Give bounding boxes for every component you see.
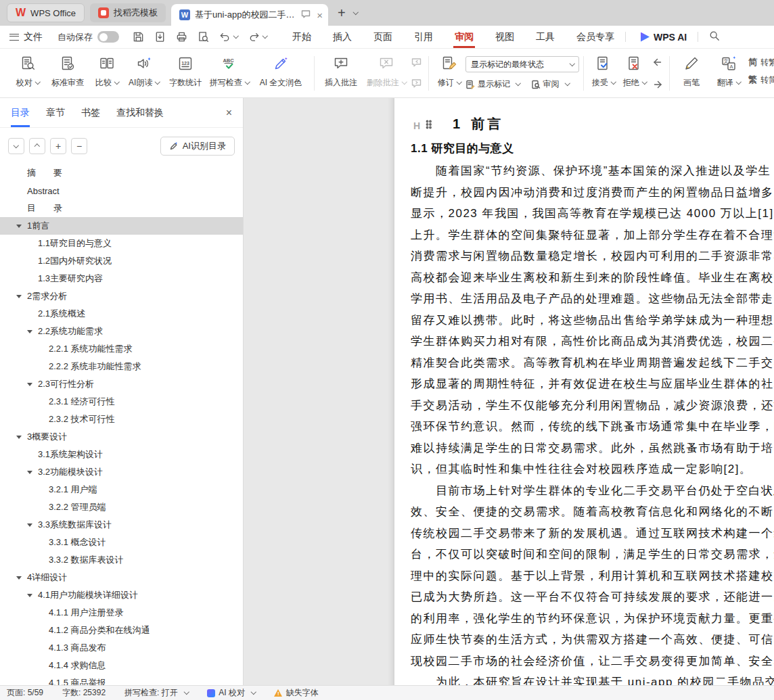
tab-document[interactable]: W 基于uni-app的校园二手物品 × — [171, 4, 328, 26]
toc-item[interactable]: 1.2国内外研究状况 — [0, 252, 243, 270]
close-sidebar-icon[interactable]: × — [226, 107, 232, 119]
doc-line[interactable]: 学生群体购买力相对有限，高性价比商品成为其消费优选，校园二手 — [411, 331, 774, 352]
proofread-button[interactable]: 校对 — [9, 52, 46, 95]
toc-item[interactable]: 1前言 — [0, 217, 243, 235]
toc-item[interactable]: Abstract — [0, 182, 243, 200]
menubar-item[interactable]: 审阅 — [455, 26, 474, 48]
simplified-to-traditional-button[interactable]: 简 转繁 — [748, 53, 774, 71]
toc-item[interactable]: 摘 要 — [0, 164, 243, 182]
collapse-all-button[interactable] — [29, 138, 45, 154]
word-count-indicator[interactable]: 字数: 25392 — [62, 687, 106, 699]
print-button[interactable] — [176, 31, 187, 43]
toc-item[interactable]: 2.3.2 技术可行性 — [0, 411, 243, 428]
toc-item[interactable]: 2.3可行性分析 — [0, 375, 243, 393]
toc-item[interactable]: 2.2.2 系统非功能性需求 — [0, 358, 243, 375]
doc-line[interactable]: 为此，本研究旨在设计并实现基于 uni-app 的校园二手物品交易 — [411, 672, 774, 685]
menubar-item[interactable]: 工具 — [536, 26, 555, 48]
doc-line[interactable]: 强环保节约意识。然而，传统的线下跳蚤市场通常集中在毕业季，时间 — [411, 416, 774, 438]
toc-item[interactable]: 2.3.1 经济可行性 — [0, 393, 243, 411]
menubar-item[interactable]: 引用 — [414, 26, 433, 48]
doc-line[interactable]: 随着国家“节约资源、保护环境”基本国策的深入推进以及学生 — [411, 160, 774, 182]
toc-collapse-arrow-icon[interactable] — [16, 576, 27, 580]
doc-line[interactable]: 传统校园二手交易带来了新的发展机遇。通过互联网技术构建一个线 — [411, 523, 774, 544]
doc-line[interactable]: 理中的实际问题。基于以上背景，利用计算机和互联网技术搭建校园 — [411, 565, 774, 587]
heading-level-icon[interactable]: H — [413, 120, 420, 131]
toc-collapse-arrow-icon[interactable] — [16, 436, 27, 439]
sidebar-tab[interactable]: 查找和替换 — [116, 98, 164, 127]
toc-collapse-arrow-icon[interactable] — [27, 330, 38, 333]
translate-button[interactable]: 文A 翻译 — [709, 52, 748, 95]
menubar-item[interactable]: 会员专享 — [576, 26, 614, 48]
toc-item[interactable]: 3.3.2 数据库表设计 — [0, 551, 243, 569]
toc-item[interactable]: 3.2.1 用户端 — [0, 481, 243, 498]
toc-item[interactable]: 3.3系统数据库设计 — [0, 516, 243, 534]
toc-collapse-arrow-icon[interactable] — [27, 471, 38, 474]
document-page[interactable]: H 1 前言 1.1 研究目的与意义 随着国家“节约资源、保护环境”基本国策的深… — [394, 98, 774, 685]
ai-recognize-toc-button[interactable]: AI识别目录 — [160, 137, 235, 156]
toc-item[interactable]: 3.2.2 管理员端 — [0, 498, 243, 516]
doc-line[interactable]: 形成显著的周期性特征，并有效促进在校生与应届毕业生群体的社群 — [411, 373, 774, 395]
wps-ai-menu[interactable]: WPS AI — [641, 32, 687, 43]
missing-font-warning[interactable]: 缺失字体 — [274, 687, 318, 699]
menubar-item[interactable]: 视图 — [495, 26, 514, 48]
save-button[interactable] — [133, 31, 144, 43]
toc-item[interactable]: 2.2系统功能需求 — [0, 323, 243, 340]
toc-item[interactable]: 3.3.1 概念设计 — [0, 534, 243, 551]
markup-state-combobox[interactable]: 显示标记的最终状态 — [465, 56, 579, 72]
toc-item[interactable]: 4.1.2 商品分类和在线沟通 — [0, 622, 243, 639]
file-menu-button[interactable]: 文件 — [9, 31, 43, 43]
doc-line[interactable]: 已成为大势所趋。这一平台不仅符合可持续发展的要求，还能进一步 — [411, 586, 774, 608]
toc-item[interactable]: 4.1用户功能模块详细设计 — [0, 586, 243, 604]
doc-line[interactable]: 手交易活动，学生不仅能够充分利用闲置物品，减少资源浪费，还能 — [411, 395, 774, 417]
search-icon[interactable] — [709, 30, 720, 43]
ai-read-aloud-button[interactable]: AI朗读 — [124, 52, 164, 95]
traditional-to-simplified-button[interactable]: 繁 转简 — [748, 71, 774, 89]
doc-line[interactable]: 应师生快节奏的生活方式，为供需双方搭建一个高效、便捷、可信的 — [411, 629, 774, 651]
toc-item[interactable]: 1.3主要研究内容 — [0, 270, 243, 287]
review-mode-dropdown[interactable]: 审阅 — [531, 78, 570, 90]
ai-proofread-indicator[interactable]: AI 校对 — [207, 687, 255, 699]
tab-wps-home[interactable]: W WPS Office — [7, 3, 85, 22]
previous-change-icon[interactable] — [652, 57, 664, 72]
tab-list-dropdown-icon[interactable] — [353, 9, 359, 15]
print-preview-button[interactable] — [198, 31, 209, 43]
menubar-item[interactable]: 开始 — [292, 26, 311, 48]
toc-item[interactable]: 4.1.5 商品举报 — [0, 674, 243, 685]
doc-line[interactable]: 学用书、生活用品及电子产品的处理难题。这些物品无法全部带走， — [411, 288, 774, 310]
autosave-toggle[interactable] — [97, 31, 119, 43]
doc-line[interactable]: 现校园二手市场的社会经济价值，让二手交易变得更加简单、安全和 — [411, 651, 774, 672]
doc-line[interactable]: 上升。学生群体的空间集聚特征显著，加上部分学生存在着不合理消 — [411, 225, 774, 246]
export-pdf-button[interactable] — [154, 31, 166, 43]
toc-item[interactable]: 4.1.4 求购信息 — [0, 657, 243, 674]
sidebar-tab[interactable]: 目录 — [11, 98, 30, 127]
new-tab-button[interactable]: + — [334, 5, 350, 21]
doc-line[interactable]: 断提升，校园内因冲动消费和过度消费而产生的闲置物品日益增多。 — [411, 182, 774, 204]
undo-button[interactable] — [219, 31, 238, 43]
accept-change-button[interactable]: 接受 — [588, 52, 619, 95]
toc-item[interactable]: 4.1.3 商品发布 — [0, 639, 243, 657]
toc-item[interactable]: 3.2功能模块设计 — [0, 463, 243, 481]
close-tab-icon[interactable]: × — [317, 9, 323, 21]
toc-item[interactable]: 2需求分析 — [0, 287, 243, 305]
page-indicator[interactable]: 页面: 5/59 — [7, 687, 43, 699]
toc-item[interactable]: 2.1系统概述 — [0, 305, 243, 323]
toc-item[interactable]: 3概要设计 — [0, 428, 243, 446]
doc-line[interactable]: 消费需求与闲置物品数量稳定增长，校园内可利用的二手资源非常丰 — [411, 246, 774, 267]
redo-button[interactable] — [248, 31, 267, 43]
tab-docer-templates[interactable]: 找稻壳模板 — [90, 3, 166, 22]
zoom-in-toc-button[interactable]: + — [50, 138, 66, 154]
toc-collapse-arrow-icon[interactable] — [27, 383, 38, 386]
insert-comment-button[interactable]: 插入批注 — [319, 52, 363, 95]
toc-item[interactable]: 2.2.1 系统功能性需求 — [0, 340, 243, 358]
doc-line[interactable]: 目前市场上针对学生群体的专业化二手交易平台仍处于空白状态 — [411, 480, 774, 502]
spell-check-button[interactable]: ABC 拼写检查 — [207, 52, 252, 95]
doc-line[interactable]: 的利用率，强化学生的节约环保意识，为保护环境贡献力量。更重要 — [411, 608, 774, 630]
show-markup-dropdown[interactable]: 显示标记 — [465, 78, 520, 90]
reject-change-button[interactable]: 拒绝 — [619, 52, 650, 95]
standard-review-button[interactable]: 标准审查 — [46, 52, 89, 95]
spellcheck-indicator[interactable]: 拼写检查: 打开 — [124, 687, 188, 699]
doc-line[interactable]: 高校都会迎来毕业生离校和新生到来的阶段性峰值。毕业生在离校时 — [411, 267, 774, 289]
menubar-item[interactable]: 插入 — [333, 26, 352, 48]
toc-item[interactable]: 3.1系统架构设计 — [0, 446, 243, 463]
drag-handle-icon[interactable] — [426, 120, 432, 132]
